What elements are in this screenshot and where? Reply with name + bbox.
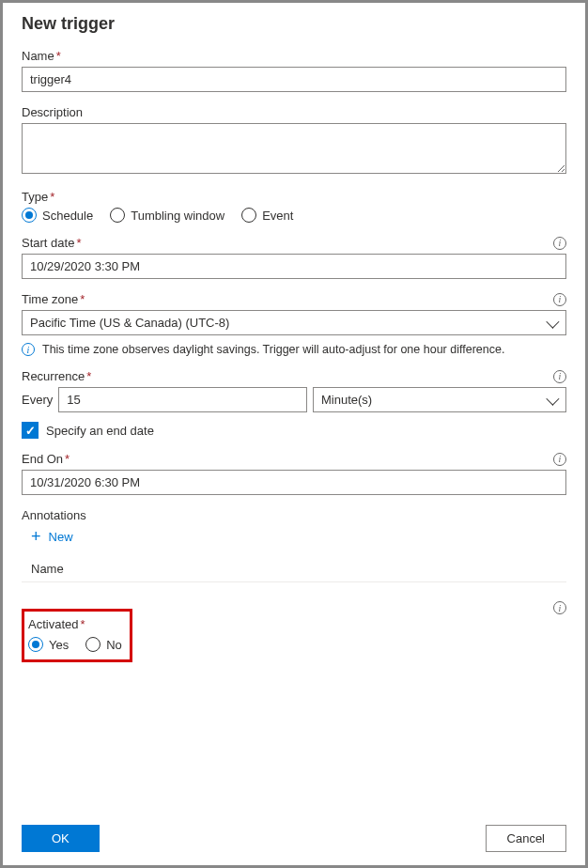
info-icon[interactable]: i bbox=[553, 370, 566, 383]
info-icon: i bbox=[22, 343, 35, 356]
annotations-label: Annotations bbox=[22, 508, 86, 522]
specify-end-checkbox[interactable]: ✓ bbox=[22, 422, 39, 439]
field-name: Name* bbox=[22, 49, 566, 92]
description-label: Description bbox=[22, 105, 83, 119]
time-zone-value: Pacific Time (US & Canada) (UTC-8) bbox=[30, 316, 229, 330]
field-end-on: End On* i bbox=[22, 452, 566, 495]
annotations-table-header: Name bbox=[22, 554, 566, 582]
ok-button[interactable]: OK bbox=[22, 825, 100, 852]
field-time-zone: Time zone* i Pacific Time (US & Canada) … bbox=[22, 292, 566, 356]
radio-icon bbox=[85, 637, 101, 652]
type-radio-tumbling[interactable]: Tumbling window bbox=[110, 208, 224, 223]
trigger-panel: New trigger Name* Description Type* Sche… bbox=[0, 0, 588, 868]
radio-icon bbox=[22, 208, 37, 223]
field-description: Description bbox=[22, 105, 566, 177]
info-icon[interactable]: i bbox=[553, 601, 566, 614]
start-date-input[interactable] bbox=[22, 254, 566, 279]
time-zone-note: i This time zone observes daylight savin… bbox=[22, 343, 566, 356]
time-zone-select[interactable]: Pacific Time (US & Canada) (UTC-8) bbox=[22, 310, 566, 335]
info-icon[interactable]: i bbox=[553, 293, 566, 306]
start-date-label: Start date* bbox=[22, 236, 81, 250]
name-label: Name* bbox=[22, 49, 61, 63]
chevron-down-icon bbox=[546, 392, 559, 405]
cancel-button[interactable]: Cancel bbox=[486, 825, 566, 852]
panel-title: New trigger bbox=[22, 14, 566, 34]
activated-radio-group: Yes No bbox=[28, 637, 122, 652]
type-radio-schedule[interactable]: Schedule bbox=[22, 208, 93, 223]
description-textarea[interactable] bbox=[22, 123, 566, 174]
recurrence-label: Recurrence* bbox=[22, 369, 91, 383]
type-label: Type* bbox=[22, 190, 54, 204]
radio-icon bbox=[28, 637, 43, 652]
end-on-input[interactable] bbox=[22, 470, 566, 495]
info-icon[interactable]: i bbox=[553, 237, 566, 250]
activated-label: Activated* bbox=[28, 617, 85, 631]
name-input[interactable] bbox=[22, 67, 566, 92]
radio-icon bbox=[241, 208, 256, 223]
activated-radio-yes[interactable]: Yes bbox=[28, 637, 69, 652]
recurrence-prefix: Every bbox=[22, 393, 53, 407]
recurrence-unit-select[interactable]: Minute(s) bbox=[313, 387, 566, 412]
field-annotations: Annotations + New Name bbox=[22, 508, 566, 582]
type-radio-group: Schedule Tumbling window Event bbox=[22, 208, 566, 223]
info-icon[interactable]: i bbox=[553, 453, 566, 466]
annotations-new-button[interactable]: + New bbox=[22, 524, 83, 549]
recurrence-unit-value: Minute(s) bbox=[321, 393, 372, 407]
type-radio-event[interactable]: Event bbox=[241, 208, 293, 223]
end-on-label: End On* bbox=[22, 452, 70, 466]
recurrence-value-input[interactable] bbox=[58, 387, 307, 412]
radio-icon bbox=[110, 208, 125, 223]
specify-end-label: Specify an end date bbox=[46, 424, 154, 438]
panel-content: New trigger Name* Description Type* Sche… bbox=[3, 3, 585, 815]
chevron-down-icon bbox=[546, 315, 559, 328]
field-start-date: Start date* i bbox=[22, 236, 566, 279]
time-zone-label: Time zone* bbox=[22, 292, 85, 306]
field-recurrence: Recurrence* i Every Minute(s) ✓ Specify … bbox=[22, 369, 566, 439]
activated-radio-no[interactable]: No bbox=[85, 637, 122, 652]
panel-footer: OK Cancel bbox=[3, 815, 585, 865]
field-type: Type* Schedule Tumbling window Event bbox=[22, 190, 566, 223]
plus-icon: + bbox=[31, 528, 41, 545]
activated-highlight: Activated* Yes No bbox=[22, 609, 132, 662]
